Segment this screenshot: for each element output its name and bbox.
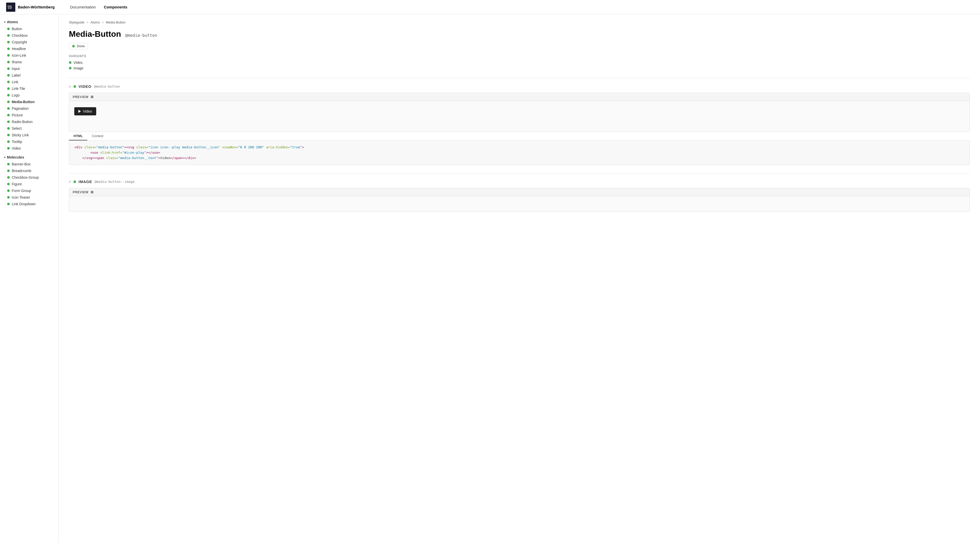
breadcrumb-styleguide[interactable]: Styleguide	[69, 21, 84, 24]
preview-container-video: PREVIEW ⊞ Video	[69, 93, 970, 132]
status-dot	[7, 147, 10, 150]
status-dot	[7, 134, 10, 136]
sidebar-item-label: Radio-Button	[12, 120, 33, 124]
preview-container-image: PREVIEW ⊞	[69, 188, 970, 212]
sidebar-item-icon-link[interactable]: Icon-Link	[0, 52, 59, 59]
sidebar-item-label: Breadcrumb	[12, 169, 31, 173]
sidebar-item-breadcrumb[interactable]: Breadcrumb	[0, 167, 59, 174]
status-badge: Done	[69, 43, 88, 49]
logo-icon: 𝔚	[6, 3, 15, 12]
variants-list: Video Image	[69, 61, 970, 70]
sidebar-item-copyright[interactable]: Copyright	[0, 39, 59, 45]
status-dot	[7, 94, 10, 97]
nav-documentation[interactable]: Documentation	[70, 5, 96, 9]
play-icon	[78, 110, 81, 113]
variants-label: VARIANTS	[69, 54, 970, 58]
sidebar-item-media-button[interactable]: Media-Button	[0, 99, 59, 105]
sidebar-item-video[interactable]: Video	[0, 145, 59, 152]
status-dot	[7, 183, 10, 185]
nav-components[interactable]: Components	[104, 5, 127, 9]
sidebar-item-link-dropdown[interactable]: Link Dropdown	[0, 201, 59, 207]
section-heading-image: # IMAGE @media-button--image	[69, 180, 970, 184]
sidebar-item-checkbox[interactable]: Checkbox	[0, 32, 59, 39]
breadcrumb-sep-1: >	[86, 21, 89, 24]
sidebar-item-banner-box[interactable]: Banner-Box	[0, 161, 59, 167]
expand-icon[interactable]: ⊞	[91, 190, 94, 194]
logo-link[interactable]: 𝔚 Baden-Württemberg	[6, 3, 55, 12]
main-nav: Documentation Components	[70, 5, 127, 9]
status-dot	[7, 140, 10, 143]
media-button-label: Video	[83, 109, 92, 113]
variant-dot	[69, 67, 72, 69]
status-dot	[7, 107, 10, 110]
sidebar-item-radio-button[interactable]: Radio-Button	[0, 118, 59, 125]
preview-header: PREVIEW ⊞	[69, 93, 969, 101]
section-divider-2	[69, 173, 970, 174]
expand-icon[interactable]: ⊞	[91, 95, 94, 99]
sidebar-item-sticky-link[interactable]: Sticky Link	[0, 132, 59, 139]
sidebar-item-headline[interactable]: Headline	[0, 45, 59, 52]
sidebar-section-molecules[interactable]: ▾ Molecules	[0, 154, 59, 161]
sidebar-section-atoms[interactable]: ▾ Atoms	[0, 18, 59, 25]
variant-image[interactable]: Image	[69, 66, 970, 70]
status-dot	[7, 27, 10, 30]
sidebar-item-icon-teaser[interactable]: Icon Teaser	[0, 194, 59, 201]
hash-icon: #	[69, 84, 71, 89]
tab-html[interactable]: HTML	[69, 132, 87, 140]
sidebar-item-form-group[interactable]: Form Group	[0, 187, 59, 194]
status-dot	[7, 127, 10, 130]
status-dot	[7, 189, 10, 192]
sidebar-item-button[interactable]: Button	[0, 25, 59, 32]
sidebar-item-pagination[interactable]: Pagination	[0, 105, 59, 112]
variant-label: Image	[73, 66, 83, 70]
sidebar-item-label: Video	[12, 146, 21, 150]
sidebar-item-label: Checkbox-Group	[12, 175, 39, 180]
chevron-down-icon: ▾	[4, 156, 5, 159]
sidebar-item-label: Copyright	[12, 40, 27, 44]
sidebar-item-label: Label	[12, 73, 21, 77]
sidebar-item-select[interactable]: Select	[0, 125, 59, 132]
sidebar-item-link[interactable]: Link	[0, 79, 59, 85]
page-tag: @media-button	[125, 33, 157, 38]
status-dot	[7, 100, 10, 103]
sidebar-item-checkbox-group[interactable]: Checkbox-Group	[0, 174, 59, 181]
section-dot	[73, 85, 76, 88]
media-button-video[interactable]: Video	[74, 107, 96, 115]
breadcrumb-atoms[interactable]: Atoms	[90, 21, 100, 24]
page-title: Media-Button	[69, 29, 121, 39]
sidebar-item-tooltip[interactable]: Tooltip	[0, 139, 59, 145]
sidebar-item-input[interactable]: Input	[0, 65, 59, 72]
code-tabs: HTML Context	[69, 132, 970, 141]
sidebar-item-label: Banner-Box	[12, 162, 30, 166]
sidebar-item-logo[interactable]: Logo	[0, 92, 59, 99]
tab-context[interactable]: Context	[87, 132, 108, 140]
sidebar-item-figure[interactable]: Figure	[0, 181, 59, 187]
sidebar-item-label: Iframe	[12, 60, 22, 64]
sidebar-item-label: Logo	[12, 93, 20, 97]
status-dot	[7, 196, 10, 199]
sidebar-item-label[interactable]: Label	[0, 72, 59, 79]
status-text: Done	[77, 44, 85, 48]
section-tag: @media-button--image	[95, 180, 135, 183]
preview-body-image	[69, 196, 969, 212]
molecules-label: Molecules	[7, 155, 24, 159]
sidebar-item-label: Link-Tile	[12, 86, 25, 91]
sidebar-item-label: Picture	[12, 113, 23, 117]
sidebar-item-label: Checkbox	[12, 33, 27, 38]
layout: ▾ Atoms Button Checkbox Copyright Headli…	[0, 14, 980, 543]
sidebar-item-label: Link	[12, 80, 18, 84]
status-dot	[7, 67, 10, 70]
logo-text: Baden-Württemberg	[18, 5, 55, 9]
sidebar-item-link-tile[interactable]: Link-Tile	[0, 85, 59, 92]
sidebar-item-label: Sticky Link	[12, 133, 29, 137]
sidebar-item-iframe[interactable]: Iframe	[0, 59, 59, 65]
section-name: IMAGE	[79, 180, 92, 184]
status-dot	[7, 169, 10, 172]
code-area-video: HTML Context <div class="media-button"><…	[69, 132, 970, 165]
sidebar-item-label: Form Group	[12, 189, 31, 193]
preview-label: PREVIEW	[73, 190, 89, 194]
preview-label: PREVIEW	[73, 95, 89, 99]
sidebar-item-picture[interactable]: Picture	[0, 112, 59, 118]
variant-video[interactable]: Video	[69, 61, 970, 65]
code-block-video: <div class="media-button"><svg class="ic…	[69, 141, 970, 165]
